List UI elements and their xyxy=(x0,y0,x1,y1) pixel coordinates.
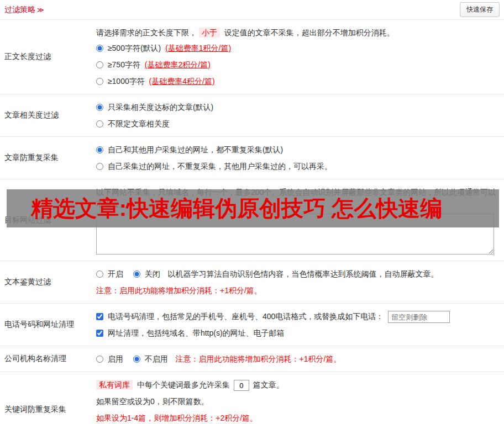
option-label: 网址清理，包括纯域名、带http(s)的网址、电子邮箱 xyxy=(108,328,285,337)
option-label: 关闭 xyxy=(145,269,160,278)
company-clean-options: 启用 不启用 注意：启用此功能将增加积分消耗：+1积分/篇。 xyxy=(96,351,500,367)
company-radio-off[interactable] xyxy=(133,356,140,363)
row-phone-url-clean: 电话号码和网址清理 电话号码清理，包括常见的手机号、座机号、400电话格式，或替… xyxy=(0,304,504,346)
length-option-500[interactable]: ≥500字符(默认) (基础费率1积分/篇) xyxy=(96,40,500,56)
length-radio-500[interactable] xyxy=(96,45,103,52)
row-content: 自己和其他用户采集过的网址，都不重复采集(默认) 自己采集过的网址，不重复采集，… xyxy=(95,137,504,179)
url-clean-line: 网址清理，包括纯域名、带http(s)的网址、电子邮箱 xyxy=(96,325,500,341)
content-length-desc: 请选择需求的正文长度下限， 小于 设定值的文章不采集，超出部分不增加积分消耗。 xyxy=(96,24,500,40)
ad-overlay-banner: 精选文章:快速编辑伪原创技巧 怎么快速编 xyxy=(7,189,499,227)
replacement-phone-input[interactable] xyxy=(388,311,450,323)
option-label: ≥750字符 xyxy=(108,60,140,69)
row-label: 文章相关度过滤 xyxy=(0,94,95,136)
row-company-clean: 公司机构名称清理 启用 不启用 注意：启用此功能将增加积分消耗：+1积分/篇。 xyxy=(0,346,504,372)
option-label: ≥1000字符 xyxy=(108,77,145,86)
relevance-option-any[interactable]: 不限定文章相关度 xyxy=(96,115,500,132)
option-fee: (基础费率1积分/篇) xyxy=(165,44,231,52)
filter-strategy-page: 过滤策略≫ 快速保存 正文长度过滤 请选择需求的正文长度下限， 小于 设定值的文… xyxy=(0,0,504,424)
porn-radio-off[interactable] xyxy=(133,271,140,278)
option-fee: (基础费率2积分/篇) xyxy=(145,60,211,69)
page-title: 过滤策略 xyxy=(4,5,35,14)
row-content: 启用 不启用 注意：启用此功能将增加积分消耗：+1积分/篇。 xyxy=(95,346,504,372)
company-clean-note: 注意：启用此功能将增加积分消耗：+1积分/篇。 xyxy=(176,354,342,363)
porn-option-on[interactable]: 开启 xyxy=(96,269,125,278)
option-label: 自己和其他用户采集过的网址，都不重复采集(默认) xyxy=(108,145,283,154)
length-option-1000[interactable]: ≥1000字符 (基础费率4积分/篇) xyxy=(96,73,500,89)
section-title-toggle[interactable]: 过滤策略≫ xyxy=(4,5,44,15)
keyword-note-cost: 如果设为1-4篇，则增加积分消耗：+2积分/篇。 xyxy=(96,410,500,424)
option-label: ≥500字符(默认) xyxy=(108,44,161,52)
desc-text: 请选择需求的正文长度下限， xyxy=(96,28,197,37)
porn-filter-options: 开启 关闭 以机器学习算法自动识别色情内容，当色情概率达到系统阈值，自动屏蔽文章… xyxy=(96,266,500,282)
row-label: 关键词防重复采集 xyxy=(0,372,95,424)
keyword-limit-text: 中每个关键词最多允许采集 xyxy=(137,380,230,389)
option-label: 不启用 xyxy=(145,354,168,363)
dedup-option-self[interactable]: 自己采集过的网址，不重复采集，其他用户采集过的，可以再采。 xyxy=(96,158,500,174)
page-header: 过滤策略≫ 快速保存 xyxy=(0,0,504,20)
desc-text: 设定值的文章不采集，超出部分不增加积分消耗。 xyxy=(224,28,395,37)
row-content-length: 正文长度过滤 请选择需求的正文长度下限， 小于 设定值的文章不采集，超出部分不增… xyxy=(0,20,504,94)
porn-option-off[interactable]: 关闭 xyxy=(133,269,162,278)
option-label: 电话号码清理，包括常见的手机号、座机号、400电话格式，或替换成如下电话： xyxy=(108,312,384,321)
relevance-radio-strict[interactable] xyxy=(96,104,103,111)
relevance-radio-any[interactable] xyxy=(96,120,103,128)
porn-filter-note: 注意：启用此功能将增加积分消耗：+1积分/篇。 xyxy=(96,282,500,299)
row-content: 私有词库 中每个关键词最多允许采集 篇文章。 如果留空或设为0，则不限篇数。 如… xyxy=(95,372,504,424)
row-label: 公司机构名称清理 xyxy=(0,346,95,372)
row-relevance: 文章相关度过滤 只采集相关度达标的文章(默认) 不限定文章相关度 xyxy=(0,94,504,137)
relevance-option-strict[interactable]: 只采集相关度达标的文章(默认) xyxy=(96,99,500,115)
option-label: 启用 xyxy=(108,354,123,363)
row-label: 文本鉴黄过滤 xyxy=(0,261,95,303)
keyword-limit-input[interactable] xyxy=(234,380,249,391)
length-radio-750[interactable] xyxy=(96,61,103,68)
highlight-private-lexicon: 私有词库 xyxy=(96,380,133,390)
company-option-off[interactable]: 不启用 xyxy=(133,354,170,363)
option-label: 开启 xyxy=(108,269,123,278)
row-porn-filter: 文本鉴黄过滤 开启 关闭 以机器学习算法自动识别色情内容，当色情概率达到系统阈值… xyxy=(0,261,504,304)
ad-overlay-text: 精选文章:快速编辑伪原创技巧 怎么快速编 xyxy=(7,193,442,224)
row-content: 开启 关闭 以机器学习算法自动识别色情内容，当色情概率达到系统阈值，自动屏蔽文章… xyxy=(95,261,504,303)
keyword-limit-suffix: 篇文章。 xyxy=(253,380,284,389)
phone-clean-line: 电话号码清理，包括常见的手机号、座机号、400电话格式，或替换成如下电话： xyxy=(96,308,500,325)
keyword-limit-line: 私有词库 中每个关键词最多允许采集 篇文章。 xyxy=(96,377,500,393)
row-label: 电话号码和网址清理 xyxy=(0,304,95,346)
row-label: 文章防重复采集 xyxy=(0,137,95,179)
company-radio-on[interactable] xyxy=(96,356,103,363)
option-fee: (基础费率4积分/篇) xyxy=(149,77,215,86)
row-label: 正文长度过滤 xyxy=(0,20,95,94)
row-keyword-dedup: 关键词防重复采集 私有词库 中每个关键词最多允许采集 篇文章。 如果留空或设为0… xyxy=(0,372,504,424)
length-option-750[interactable]: ≥750字符 (基础费率2积分/篇) xyxy=(96,56,500,73)
option-label: 不限定文章相关度 xyxy=(108,119,170,128)
url-clean-option[interactable]: 网址清理，包括纯域名、带http(s)的网址、电子邮箱 xyxy=(96,328,285,337)
highlight-lessthan: 小于 xyxy=(199,28,220,38)
porn-radio-on[interactable] xyxy=(96,271,103,278)
quick-save-button[interactable]: 快速保存 xyxy=(460,2,500,17)
dedup-option-global[interactable]: 自己和其他用户采集过的网址，都不重复采集(默认) xyxy=(96,141,500,158)
row-content: 只采集相关度达标的文章(默认) 不限定文章相关度 xyxy=(95,94,504,136)
company-option-on[interactable]: 启用 xyxy=(96,354,125,363)
option-label: 自己采集过的网址，不重复采集，其他用户采集过的，可以再采。 xyxy=(108,162,332,171)
url-clean-checkbox[interactable] xyxy=(96,330,103,337)
length-radio-1000[interactable] xyxy=(96,78,103,85)
dedup-radio-global[interactable] xyxy=(96,146,103,153)
phone-clean-checkbox[interactable] xyxy=(96,313,103,320)
phone-clean-option[interactable]: 电话号码清理，包括常见的手机号、座机号、400电话格式，或替换成如下电话： xyxy=(96,312,386,321)
dedup-radio-self[interactable] xyxy=(96,163,103,170)
row-content: 电话号码清理，包括常见的手机号、座机号、400电话格式，或替换成如下电话： 网址… xyxy=(95,304,504,346)
option-label: 只采集相关度达标的文章(默认) xyxy=(108,103,213,112)
keyword-note-unlimited: 如果留空或设为0，则不限篇数。 xyxy=(96,393,500,410)
chevron-double-icon: ≫ xyxy=(37,6,44,14)
row-dedup: 文章防重复采集 自己和其他用户采集过的网址，都不重复采集(默认) 自己采集过的网… xyxy=(0,137,504,179)
row-content: 请选择需求的正文长度下限， 小于 设定值的文章不采集，超出部分不增加积分消耗。 … xyxy=(95,20,504,94)
porn-filter-desc: 以机器学习算法自动识别色情内容，当色情概率达到系统阈值，自动屏蔽文章。 xyxy=(168,269,439,278)
